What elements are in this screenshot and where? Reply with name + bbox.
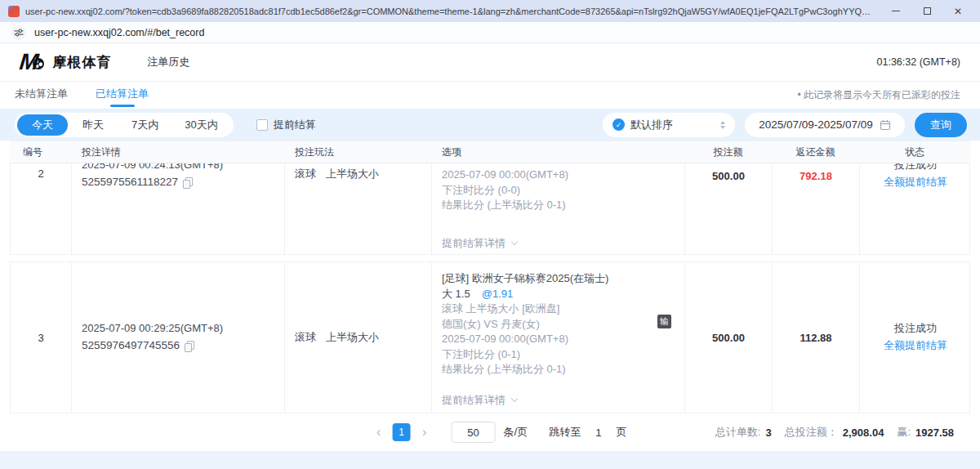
lose-badge: 输 xyxy=(657,315,671,328)
copy-icon[interactable] xyxy=(183,177,192,188)
app-header: M 摩根体育 注单历史 01:36:32 (GMT+8) xyxy=(0,43,980,82)
sort-select[interactable]: ✓ 默认排序 xyxy=(603,113,735,137)
browser-titlebar: user-pc-new.xxqj02.com/?token=cdb3a9689f… xyxy=(0,0,980,22)
brand-name: 摩根体育 xyxy=(52,53,111,72)
calendar-icon xyxy=(880,119,891,131)
total-win-label: 赢: xyxy=(897,425,911,440)
bet-id: 5255975561118227 xyxy=(82,173,178,191)
table-row: 2 2025-07-09 00:24:13(GMT+8) 52559755611… xyxy=(10,163,970,255)
col-status: 状态 xyxy=(859,145,970,159)
play-cell: 滚球上半场大小 xyxy=(285,163,432,254)
col-option: 选项 xyxy=(431,145,684,159)
col-detail: 投注详情 xyxy=(71,145,284,159)
pick-line: 大 1.5@1.91 xyxy=(442,287,675,302)
stake-amount: 500.00 xyxy=(685,163,773,254)
return-amount: 112.88 xyxy=(773,262,860,413)
page-1-button[interactable]: 1 xyxy=(393,423,411,441)
match-time: 2025-07-09 00:00(GMT+8) xyxy=(442,332,675,347)
col-no: 编号 xyxy=(10,145,71,159)
col-play: 投注玩法 xyxy=(284,145,431,159)
full-early-settle-link[interactable]: 全额提前结算 xyxy=(884,173,947,191)
status-text: 投注成功 xyxy=(870,163,961,173)
option-cell: 2025-07-09 00:00(GMT+8) 下注时比分 (0-0) 结果比分… xyxy=(432,163,685,254)
total-count-label: 总计单数: xyxy=(715,425,761,440)
minimize-button[interactable] xyxy=(880,1,911,21)
address-bar: user-pc-new.xxqj02.com/#/bet_record xyxy=(0,22,980,43)
tab-unsettled[interactable]: 未结算注单 xyxy=(15,82,68,109)
maximize-icon xyxy=(924,7,931,15)
next-page-button[interactable]: › xyxy=(416,426,434,439)
date-quick-filter: 今天 昨天 7天内 30天内 xyxy=(15,113,234,137)
page-footer-strip xyxy=(0,451,980,469)
result-score: 结果比分 (上半场比分 0-1) xyxy=(442,362,675,377)
filter-bar: 今天 昨天 7天内 30天内 提前结算 ✓ 默认排序 2025/07/09-20… xyxy=(0,109,980,141)
league-name: [足球] 欧洲女子锦标赛2025(在瑞士) xyxy=(442,271,675,287)
total-stake-value: 2,908.04 xyxy=(843,427,884,439)
server-clock: 01:36:32 (GMT+8) xyxy=(877,56,960,68)
browser-tab[interactable]: user-pc-new.xxqj02.com/?token=cdb3a9689f… xyxy=(8,6,880,17)
date-range-picker[interactable]: 2025/07/09-2025/07/09 xyxy=(745,113,905,137)
check-circle-icon: ✓ xyxy=(612,118,625,131)
table-header: 编号 投注详情 投注玩法 选项 投注额 返还金额 状态 xyxy=(10,141,970,163)
bet-time: 2025-07-09 00:29:25(GMT+8) xyxy=(82,322,223,334)
site-info-button[interactable] xyxy=(11,25,26,40)
record-tabs: 未结算注单 已结算注单 • 此记录将显示今天所有已派彩的投注 xyxy=(0,82,980,109)
early-settle-detail-link[interactable]: 提前结算详情 xyxy=(442,393,675,408)
return-amount: 792.18 xyxy=(773,163,860,254)
tab-settled[interactable]: 已结算注单 xyxy=(96,82,149,109)
early-settle-filter[interactable]: 提前结算 xyxy=(256,118,316,132)
early-settle-detail-link[interactable]: 提前结算详情 xyxy=(442,236,675,251)
window-title: user-pc-new.xxqj02.com/?token=cdb3a9689f… xyxy=(25,7,875,16)
stake-amount: 500.00 xyxy=(685,262,773,413)
maximize-button[interactable] xyxy=(911,1,942,21)
result-score: 结果比分 (上半场比分 0-1) xyxy=(442,198,675,213)
score-at-bet: 下注时比分 (0-0) xyxy=(442,183,675,199)
nav-bet-history[interactable]: 注单历史 xyxy=(147,55,189,69)
query-button[interactable]: 查询 xyxy=(915,113,967,137)
row-number: 3 xyxy=(11,262,72,413)
close-icon: ✕ xyxy=(954,7,962,16)
filter-7days[interactable]: 7天内 xyxy=(118,114,172,136)
option-cell: [足球] 欧洲女子锦标赛2025(在瑞士) 大 1.5@1.91 滚球 上半场大… xyxy=(432,262,685,413)
total-win-value: 1927.58 xyxy=(915,427,954,439)
chevron-down-icon xyxy=(511,239,518,245)
col-return: 返还金额 xyxy=(772,145,859,159)
bet-detail-cell: 2025-07-09 00:24:13(GMT+8) 5255975561118… xyxy=(72,163,285,254)
tune-icon xyxy=(14,28,24,38)
close-button[interactable]: ✕ xyxy=(942,1,973,21)
filter-yesterday[interactable]: 昨天 xyxy=(68,114,118,136)
payout-note: • 此记录将显示今天所有已派彩的投注 xyxy=(797,88,960,102)
filter-30days[interactable]: 30天内 xyxy=(172,114,230,136)
prev-page-button[interactable]: ‹ xyxy=(370,426,388,439)
full-early-settle-link[interactable]: 全额提前结算 xyxy=(884,337,947,355)
jump-page-value[interactable]: 1 xyxy=(595,427,601,439)
totals-summary: 总计单数: 3 总投注额： 2,908.04 赢: 1927.58 xyxy=(707,425,954,440)
early-settle-checkbox[interactable] xyxy=(256,119,268,131)
total-count-value: 3 xyxy=(766,427,772,439)
per-page-label: 条/页 xyxy=(504,425,528,440)
filter-today[interactable]: 今天 xyxy=(17,114,68,136)
bet-record-table: 编号 投注详情 投注玩法 选项 投注额 返还金额 状态 2 2025-07-09… xyxy=(10,141,970,413)
score-at-bet: 下注时比分 (0-1) xyxy=(442,347,675,363)
total-stake-label: 总投注额： xyxy=(785,425,838,440)
status-cell: 投注成功 全额提前结算 xyxy=(860,262,971,413)
market-line: 滚球 上半场大小 [欧洲盘] xyxy=(442,302,675,317)
status-cell: 投注成功 全额提前结算 xyxy=(860,163,971,254)
minimize-icon xyxy=(892,11,900,11)
jump-to-label: 跳转至 xyxy=(549,425,581,440)
bet-id: 5255976497745556 xyxy=(82,337,180,355)
site-favicon-icon xyxy=(8,6,20,17)
brand-logo-icon[interactable]: M xyxy=(20,51,44,74)
url-input[interactable]: user-pc-new.xxqj02.com/#/bet_record xyxy=(34,27,204,38)
bet-time: 2025-07-09 00:24:13(GMT+8) xyxy=(82,163,274,173)
play-cell: 滚球上半场大小 xyxy=(285,262,432,413)
sort-arrows-icon xyxy=(720,121,725,129)
copy-icon[interactable] xyxy=(185,341,194,351)
teams-line: 德国(女) VS 丹麦(女) xyxy=(442,317,675,333)
page-size-input[interactable] xyxy=(452,422,496,443)
chevron-down-icon xyxy=(511,395,518,402)
match-time: 2025-07-09 00:00(GMT+8) xyxy=(442,168,675,183)
col-stake: 投注额 xyxy=(684,145,772,159)
page-label: 页 xyxy=(616,425,626,440)
table-row: 3 2025-07-09 00:29:25(GMT+8) 52559764977… xyxy=(10,261,970,413)
